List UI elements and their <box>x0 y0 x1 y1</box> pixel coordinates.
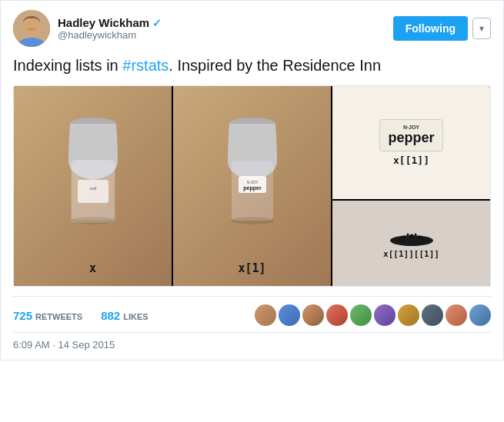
likes-stat: 882 LIKES <box>101 309 148 322</box>
svg-point-21 <box>422 239 424 241</box>
tweet-header: Hadley Wickham ✓ @hadleywickham Followin… <box>13 10 491 47</box>
svg-point-17 <box>402 236 406 239</box>
likes-count: 882 <box>101 309 120 322</box>
hashtag-rstats[interactable]: #rstats <box>122 57 169 74</box>
liker-avatar-2[interactable] <box>279 304 300 326</box>
follow-dropdown-button[interactable]: ▾ <box>472 18 491 39</box>
display-name: Hadley Wickham ✓ <box>58 16 162 29</box>
image-cell-mid: N·JOY pepper x[1] <box>173 86 331 286</box>
image-label-x: x <box>14 258 172 280</box>
liker-avatar-3[interactable] <box>302 304 324 326</box>
svg-point-18 <box>409 234 413 238</box>
svg-text:salt: salt <box>89 186 97 191</box>
svg-point-9 <box>72 217 115 224</box>
tweet-text: Indexing lists in #rstats. Inspired by t… <box>13 55 491 76</box>
tweet-card: Hadley Wickham ✓ @hadleywickham Followin… <box>0 0 504 361</box>
verified-icon: ✓ <box>152 17 162 29</box>
retweets-count: 725 <box>13 309 32 322</box>
retweets-stat: 725 RETWEETS <box>13 309 82 322</box>
tweet-timestamp: 6:09 AM · 14 Sep 2015 <box>13 332 491 360</box>
liker-avatar-10[interactable] <box>469 304 491 326</box>
tweet-text-after: . Inspired by the Residence Inn <box>169 57 381 74</box>
likes-label: LIKES <box>123 312 148 321</box>
liker-avatar-6[interactable] <box>374 304 396 326</box>
svg-point-19 <box>418 236 421 239</box>
tweet-text-before: Indexing lists in <box>13 57 122 74</box>
pepper-packet: N·JOY pepper <box>379 119 442 151</box>
svg-text:pepper: pepper <box>243 185 262 191</box>
username: @hadleywickham <box>58 29 162 41</box>
user-details: Hadley Wickham ✓ @hadleywickham <box>58 16 162 41</box>
pepper-brand: N·JOY <box>388 125 434 130</box>
pepper-word: pepper <box>388 130 434 145</box>
retweets-label: RETWEETS <box>35 312 82 321</box>
image-cell-right-top: N·JOY pepper x[[1]] <box>332 86 490 199</box>
image-label-x1: x[1] <box>173 258 331 280</box>
image-grid: salt x <box>14 86 490 286</box>
image-label-x11: x[[1]] <box>393 155 429 166</box>
follow-actions: Following ▾ <box>393 16 491 41</box>
liker-avatar-4[interactable] <box>326 304 348 326</box>
svg-rect-7 <box>78 180 108 203</box>
image-cell-right-bottom: x[[1]][[1]] <box>332 201 490 287</box>
following-button[interactable]: Following <box>393 16 468 41</box>
svg-point-15 <box>231 217 274 224</box>
svg-text:N·JOY: N·JOY <box>246 180 258 184</box>
stats-row: 725 RETWEETS 882 LIKES <box>13 296 491 332</box>
svg-point-22 <box>406 234 409 236</box>
liker-avatar-5[interactable] <box>350 304 372 326</box>
likers-avatars <box>255 304 491 326</box>
avatar[interactable] <box>13 10 50 47</box>
image-label-x1111: x[[1]][[1]] <box>383 249 439 259</box>
svg-point-20 <box>399 239 401 241</box>
liker-avatar-1[interactable] <box>255 304 276 326</box>
tweet-image[interactable]: salt x <box>13 85 491 287</box>
svg-point-23 <box>414 234 416 236</box>
image-cell-left: salt x <box>14 86 172 286</box>
liker-avatar-7[interactable] <box>398 304 419 326</box>
user-info-section: Hadley Wickham ✓ @hadleywickham <box>13 10 162 47</box>
liker-avatar-8[interactable] <box>422 304 443 326</box>
liker-avatar-9[interactable] <box>446 304 467 326</box>
